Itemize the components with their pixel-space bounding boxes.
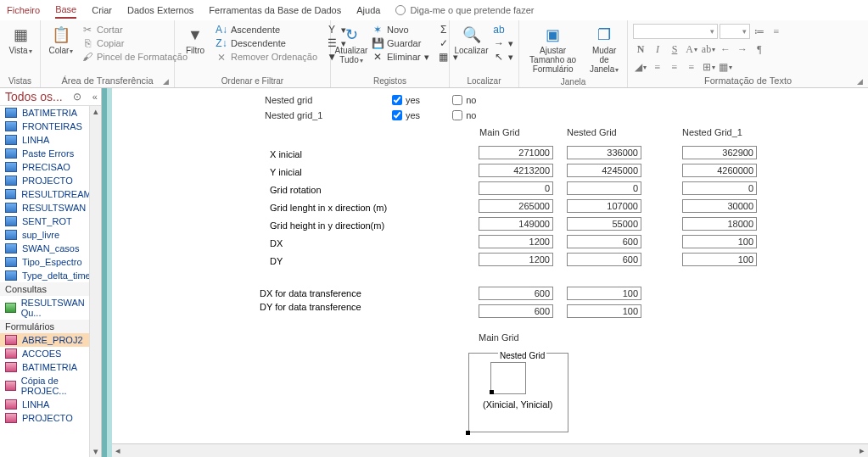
sort-asc[interactable]: A↓Ascendente bbox=[216, 24, 317, 36]
indent-inc-button[interactable]: → bbox=[735, 42, 750, 57]
nav-item[interactable]: ACCOES bbox=[0, 347, 101, 360]
nav-item[interactable]: LINHA bbox=[0, 398, 101, 411]
tab-file[interactable]: Ficheiro bbox=[7, 3, 40, 18]
chevron-down-icon[interactable]: ⊙ bbox=[73, 91, 81, 103]
font-size-select[interactable] bbox=[720, 24, 750, 39]
copy-button[interactable]: ⎘Copiar bbox=[81, 37, 188, 49]
input-main-leny[interactable] bbox=[479, 217, 553, 231]
scroll-right-icon[interactable]: ▸ bbox=[860, 445, 865, 456]
tab-help[interactable]: Ajuda bbox=[356, 3, 380, 18]
nav-item[interactable]: RESULTSWAN bbox=[0, 201, 101, 215]
input-nested1-yinit[interactable] bbox=[682, 164, 757, 177]
nav-item[interactable]: Tipo_Espectro bbox=[0, 255, 101, 269]
collapse-nav-icon[interactable]: « bbox=[92, 92, 98, 102]
underline-button[interactable]: S bbox=[667, 42, 682, 57]
align-left-button[interactable]: ≡ bbox=[650, 59, 665, 75]
nav-item[interactable]: FRONTEIRAS bbox=[0, 120, 101, 133]
nav-item[interactable]: RESULTDREAMS bbox=[0, 187, 101, 201]
input-trans-dym[interactable] bbox=[479, 304, 553, 318]
horizontal-scrollbar[interactable]: ◂ ▸ bbox=[112, 443, 868, 457]
nav-item[interactable]: PROJECTO bbox=[0, 411, 101, 425]
numbering-icon[interactable]: ≡ bbox=[769, 24, 784, 39]
nav-item[interactable]: PROJECTO bbox=[0, 174, 101, 187]
tell-me[interactable]: Diga-me o que pretende fazer bbox=[395, 5, 534, 15]
italic-button[interactable]: I bbox=[650, 42, 665, 57]
nav-item[interactable]: LINHA bbox=[0, 133, 101, 147]
nav-title[interactable]: Todos os... bbox=[5, 90, 63, 103]
delete-record[interactable]: ✕Eliminar▾ bbox=[372, 51, 429, 63]
indent-dec-button[interactable]: ← bbox=[718, 42, 733, 57]
input-main-dy[interactable] bbox=[479, 253, 553, 266]
font-family-select[interactable] bbox=[633, 24, 718, 39]
refresh-button[interactable]: ↻ Atualizar Tudo bbox=[336, 24, 367, 67]
input-main-yinit[interactable] bbox=[479, 164, 553, 177]
bold-button[interactable]: N bbox=[633, 42, 648, 57]
nav-item[interactable]: Type_delta_time bbox=[0, 269, 101, 282]
filter-button[interactable]: ▼ Filtro bbox=[180, 24, 210, 57]
goto[interactable]: →▾ bbox=[493, 37, 513, 49]
input-main-dx[interactable] bbox=[479, 235, 553, 248]
bullets-icon[interactable]: ≔ bbox=[752, 24, 767, 39]
switch-window-button[interactable]: ❐ Mudar de Janela bbox=[586, 24, 622, 76]
remove-sort[interactable]: ⨯Remover Ordenação bbox=[216, 51, 317, 63]
input-nested1-xinit[interactable] bbox=[682, 146, 757, 159]
sort-desc[interactable]: Z↓Descendente bbox=[216, 37, 317, 49]
nav-item[interactable]: PRECISAO bbox=[0, 160, 101, 174]
scroll-left-icon[interactable]: ◂ bbox=[115, 445, 120, 456]
nested-grid1-yes[interactable]: yes bbox=[392, 110, 420, 120]
tab-external[interactable]: Dados Externos bbox=[127, 3, 193, 18]
input-nested-yinit[interactable] bbox=[567, 164, 641, 177]
input-main-rot[interactable] bbox=[479, 181, 553, 195]
input-nested-rot[interactable] bbox=[567, 181, 641, 195]
nav-item[interactable]: ABRE_PROJ2 bbox=[0, 333, 101, 347]
input-trans-dyn[interactable] bbox=[567, 304, 641, 318]
fill-color-button[interactable]: ◢ bbox=[633, 59, 648, 75]
format-launcher[interactable]: ◢ bbox=[857, 77, 863, 86]
nav-section-forms[interactable]: Formulários⌃ bbox=[0, 320, 101, 333]
input-nested1-dy[interactable] bbox=[682, 253, 757, 266]
nav-item[interactable]: SWAN_casos bbox=[0, 242, 101, 255]
font-color-button[interactable]: A bbox=[684, 42, 699, 57]
rtl-button[interactable]: ¶ bbox=[752, 42, 767, 57]
nav-item[interactable]: Paste Errors bbox=[0, 147, 101, 160]
paste-button[interactable]: 📋 Colar bbox=[46, 24, 76, 58]
align-right-button[interactable]: ≡ bbox=[684, 59, 699, 75]
find-button[interactable]: 🔍 Localizar bbox=[455, 24, 488, 57]
input-nested-xinit[interactable] bbox=[567, 146, 641, 159]
nested-grid1-no[interactable]: no bbox=[452, 110, 476, 120]
nav-item[interactable]: Cópia de PROJEC... bbox=[0, 374, 101, 398]
tab-create[interactable]: Criar bbox=[92, 3, 112, 18]
input-nested1-dx[interactable] bbox=[682, 235, 757, 248]
nested-grid-yes[interactable]: yes bbox=[392, 95, 420, 105]
view-button[interactable]: ▦ Vista bbox=[5, 24, 36, 58]
nested-grid-no[interactable]: no bbox=[452, 95, 476, 105]
nav-item[interactable]: BATIMETRIA bbox=[0, 106, 101, 120]
input-nested-dx[interactable] bbox=[567, 235, 641, 248]
clipboard-launcher[interactable]: ◢ bbox=[163, 77, 169, 86]
nav-section-queries[interactable]: Consultas⌃ bbox=[0, 282, 101, 296]
nav-item[interactable]: RESULTSWAN Qu... bbox=[0, 296, 101, 320]
tab-home[interactable]: Base bbox=[55, 2, 76, 19]
input-nested1-lenx[interactable] bbox=[682, 199, 757, 213]
input-nested-dy[interactable] bbox=[567, 253, 641, 266]
input-nested1-leny[interactable] bbox=[682, 217, 757, 231]
tab-dbtools[interactable]: Ferramentas da Base de Dados bbox=[209, 3, 341, 18]
nav-scrollbar[interactable]: ▴▾ bbox=[89, 106, 101, 457]
save-record[interactable]: 💾Guardar bbox=[372, 37, 429, 49]
input-nested-lenx[interactable] bbox=[567, 199, 641, 213]
alt-row-button[interactable]: ▦ bbox=[718, 59, 733, 75]
select[interactable]: ↖▾ bbox=[493, 51, 513, 63]
new-record[interactable]: ✶Novo bbox=[372, 24, 429, 36]
input-main-xinit[interactable] bbox=[479, 146, 553, 159]
nav-item[interactable]: BATIMETRIA bbox=[0, 360, 101, 374]
input-main-lenx[interactable] bbox=[479, 199, 553, 213]
replace[interactable]: ab bbox=[493, 24, 513, 36]
painter-button[interactable]: 🖌Pincel de Formatação bbox=[81, 51, 188, 63]
gridlines-button[interactable]: ⊞ bbox=[701, 59, 716, 75]
input-nested-leny[interactable] bbox=[567, 217, 641, 231]
highlight-button[interactable]: ab bbox=[701, 42, 716, 57]
nav-item[interactable]: SENT_ROT bbox=[0, 215, 101, 228]
align-center-button[interactable]: ≡ bbox=[667, 59, 682, 75]
nav-item[interactable]: sup_livre bbox=[0, 228, 101, 242]
input-nested1-rot[interactable] bbox=[682, 181, 757, 195]
